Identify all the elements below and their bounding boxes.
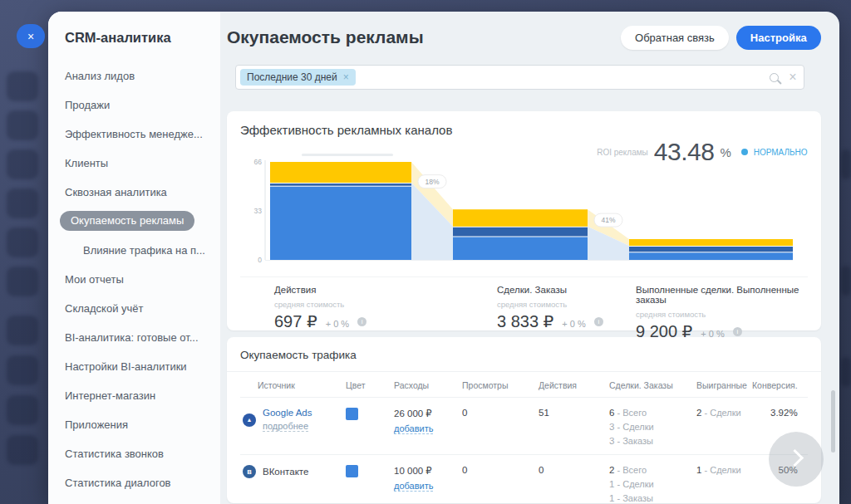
- page-header: Окупаемость рекламы Обратная связь Настр…: [227, 25, 821, 50]
- roi-indicator: ROI рекламы 43.48 % НОРМАЛЬНО: [597, 138, 807, 166]
- traffic-card-title: Окупаемость трафика: [240, 349, 808, 361]
- close-icon: ×: [27, 30, 34, 43]
- clear-filter-icon[interactable]: ×: [789, 71, 796, 84]
- color-swatch[interactable]: [346, 408, 358, 420]
- funnel-card-title: Эффективность рекламных каналов: [240, 123, 808, 137]
- add-expense-link[interactable]: добавить: [394, 423, 433, 434]
- stage-delta: + 0 %: [562, 319, 585, 329]
- views-value: 0: [462, 408, 539, 418]
- funnel-bar-0-blue[interactable]: [270, 187, 411, 260]
- funnel-bar-0-dark-blue[interactable]: [270, 183, 411, 186]
- funnel-bar-1-yellow[interactable]: [453, 209, 588, 227]
- sidebar-item-14[interactable]: Статистика диалогов: [65, 474, 212, 503]
- views-value: 0: [462, 465, 539, 475]
- roi-unit: %: [720, 145, 730, 159]
- funnel-bar-1-dark-blue[interactable]: [453, 228, 588, 237]
- funnel-bar-2-blue[interactable]: [629, 252, 793, 260]
- expenses-value: 26 000 ₽: [394, 408, 462, 419]
- stage-delta: + 0 %: [326, 319, 349, 329]
- sidebar-item-3[interactable]: Клиенты: [65, 154, 212, 183]
- sidebar-item-2[interactable]: Эффективность менедже...: [65, 125, 212, 154]
- funnel-card: Эффективность рекламных каналов ROI рекл…: [227, 111, 821, 330]
- funnel-bar-1-blue[interactable]: [453, 237, 588, 261]
- settings-button[interactable]: Настройка: [736, 26, 821, 50]
- sidebar-title: CRM-аналитика: [65, 30, 212, 46]
- table-row: ▲Google Adsподробнее26 000 ₽добавить0516…: [240, 398, 808, 455]
- conversion-value: 3.92%: [752, 408, 808, 418]
- stage-name: Выполненные сделки. Выполненные заказы: [636, 285, 808, 305]
- sidebar-item-6[interactable]: Влияние трафика на п...: [65, 242, 212, 271]
- filter-tag[interactable]: Последние 30 дней ×: [240, 69, 356, 86]
- column-header: Сделки. Заказы: [609, 380, 696, 390]
- info-icon[interactable]: i: [357, 317, 366, 326]
- add-expense-link[interactable]: добавить: [394, 481, 433, 492]
- feedback-button[interactable]: Обратная связь: [621, 26, 729, 50]
- funnel-bar-0-yellow[interactable]: [270, 162, 411, 183]
- roi-value: 43.48: [654, 138, 715, 166]
- sidebar-item-8[interactable]: Складской учёт: [65, 300, 212, 329]
- funnel-bar-2-dark-blue[interactable]: [629, 247, 793, 252]
- next-page-arrow-button[interactable]: [769, 432, 824, 487]
- column-header: Выигранные: [696, 380, 752, 390]
- column-header: Действия: [539, 380, 609, 390]
- sidebar-menu: Анализ лидовПродажиЭффективность менедже…: [65, 67, 212, 503]
- stage-name: Действия: [274, 285, 489, 295]
- info-icon[interactable]: i: [733, 327, 742, 336]
- sidebar-item-1[interactable]: Продажи: [65, 96, 212, 125]
- sidebar-item-12[interactable]: Приложения: [65, 416, 212, 445]
- info-icon[interactable]: i: [594, 317, 603, 326]
- stage-subtitle: средняя стоимость: [274, 300, 489, 309]
- traffic-table-header: ИсточникЦветРасходыПросмотрыДействияСдел…: [240, 372, 808, 398]
- y-tick-label: 0: [258, 256, 262, 264]
- deals-cell: 2 - Всего1 - Сделки1 - Заказы: [609, 465, 696, 503]
- sidebar-item-7[interactable]: Мои отчеты: [65, 271, 212, 300]
- filter-tag-label: Последние 30 дней: [247, 71, 337, 83]
- scrollbar-thumb[interactable]: [831, 390, 835, 453]
- stage-subtitle: средняя стоимость: [497, 300, 628, 309]
- slider-panel: CRM-аналитика Анализ лидовПродажиЭффекти…: [48, 12, 837, 504]
- search-icon[interactable]: [770, 73, 779, 82]
- funnel-footer: Действиясредняя стоимость697 ₽+ 0 %iСдел…: [240, 276, 808, 341]
- column-header: Источник: [258, 380, 346, 390]
- column-header: Конверсия.: [752, 380, 808, 390]
- column-header: Цвет: [346, 380, 394, 390]
- funnel-chart: 6633018%41%: [240, 152, 808, 273]
- funnel-stage-summary: Действиясредняя стоимость697 ₽+ 0 %i: [240, 285, 489, 341]
- google-ads-icon: ▲: [243, 413, 256, 427]
- sidebar-item-13[interactable]: Статистика звонков: [65, 445, 212, 474]
- table-row: ʙВКонтакте10 000 ₽добавить002 - Всего1 -…: [240, 455, 808, 504]
- sidebar-item-4[interactable]: Сквозная аналитика: [65, 183, 212, 213]
- won-cell: 2 - Сделки: [696, 408, 752, 418]
- traffic-table-body: ▲Google Adsподробнее26 000 ₽добавить0516…: [240, 398, 808, 504]
- source-name-link[interactable]: ВКонтакте: [263, 467, 308, 477]
- prev-period-marker: [302, 154, 393, 156]
- stage-avg-cost: 697 ₽: [274, 311, 317, 331]
- column-header: Расходы: [394, 380, 462, 390]
- source-name-link[interactable]: Google Ads: [263, 408, 312, 418]
- sidebar-item-5[interactable]: Окупаемость рекламы: [60, 211, 194, 231]
- sidebar-item-0[interactable]: Анализ лидов: [65, 67, 212, 96]
- funnel-stage-summary: Выполненные сделки. Выполненные заказыср…: [628, 285, 808, 341]
- roi-label: ROI рекламы: [597, 148, 648, 157]
- y-tick-label: 66: [254, 158, 263, 166]
- color-swatch[interactable]: [346, 465, 358, 477]
- sidebar-item-11[interactable]: Интернет-магазин: [65, 387, 212, 416]
- sidebar-item-9[interactable]: BI-аналитика: готовые от...: [65, 329, 212, 358]
- funnel-stage-summary: Сделки. Заказысредняя стоимость3 833 ₽+ …: [489, 285, 628, 341]
- y-tick-label: 33: [254, 207, 263, 215]
- expenses-value: 10 000 ₽: [394, 465, 462, 477]
- main-content: Окупаемость рекламы Обратная связь Настр…: [220, 12, 839, 504]
- conversion-label: 18%: [425, 178, 439, 186]
- vkontakte-icon: ʙ: [243, 465, 256, 478]
- funnel-bar-2-yellow[interactable]: [629, 239, 793, 246]
- stage-name: Сделки. Заказы: [497, 285, 628, 295]
- close-slider-button[interactable]: ×: [17, 24, 45, 48]
- status-dot-icon: [741, 149, 748, 155]
- page-title: Окупаемость рекламы: [227, 27, 621, 47]
- details-link[interactable]: подробнее: [263, 421, 308, 432]
- filter-tag-close-icon[interactable]: ×: [343, 71, 349, 83]
- filter-search-bar[interactable]: Последние 30 дней × ×: [235, 65, 804, 90]
- actions-value: 51: [539, 408, 609, 418]
- sidebar-item-10[interactable]: Настройки BI-аналитики: [65, 358, 212, 387]
- deals-cell: 6 - Всего3 - Сделки3 - Заказы: [609, 408, 696, 446]
